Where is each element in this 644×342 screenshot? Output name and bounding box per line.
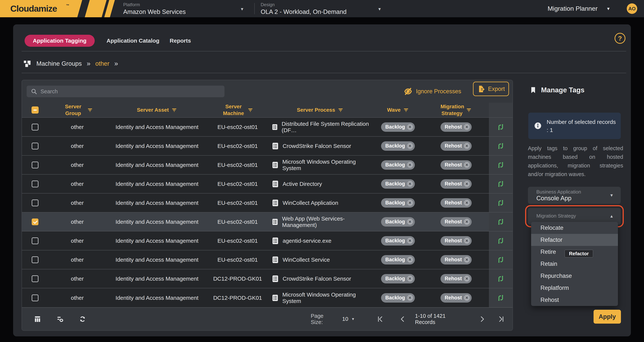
strategy-option-repurchase[interactable]: Repurchase: [531, 270, 618, 282]
process-flow-icon[interactable]: [496, 274, 505, 283]
column-header-server-asset[interactable]: Server Asset: [106, 103, 208, 117]
row-checkbox[interactable]: [32, 294, 38, 301]
next-page-button[interactable]: [478, 315, 486, 323]
cloudamize-logo[interactable]: Cloudamize ™: [0, 0, 120, 17]
process-flow-icon[interactable]: [496, 218, 505, 226]
refresh-icon[interactable]: [78, 315, 86, 323]
remove-tag-icon[interactable]: ✕: [407, 200, 413, 206]
remove-tag-icon[interactable]: ✕: [407, 162, 413, 168]
remove-tag-icon[interactable]: ✕: [464, 257, 470, 263]
row-checkbox[interactable]: [32, 124, 38, 130]
row-checkbox[interactable]: [32, 275, 38, 282]
chevron-down-icon[interactable]: ▼: [378, 7, 382, 12]
process-flow-icon[interactable]: [496, 293, 505, 302]
help-button[interactable]: ?: [614, 33, 626, 44]
remove-tag-icon[interactable]: ✕: [464, 238, 470, 244]
column-header-server-machine[interactable]: Server Machine: [208, 103, 268, 117]
row-checkbox[interactable]: [32, 256, 38, 263]
avatar[interactable]: AO: [627, 4, 637, 14]
page-size-select[interactable]: 10: [342, 316, 348, 322]
process-flow-icon[interactable]: [496, 142, 505, 150]
search-input[interactable]: [40, 88, 220, 95]
design-select[interactable]: Design OLA 2 - Workload, On-Demand: [261, 0, 346, 17]
remove-tag-icon[interactable]: ✕: [407, 143, 413, 149]
row-checkbox[interactable]: [32, 181, 38, 187]
filter-icon[interactable]: [466, 107, 472, 113]
business-application-select[interactable]: Business Application Console App ▼: [528, 187, 621, 204]
workspace-menu[interactable]: Migration Planner: [548, 5, 598, 12]
column-header-wave[interactable]: Wave: [373, 103, 423, 117]
remove-tag-icon[interactable]: ✕: [464, 219, 470, 225]
tab-reports[interactable]: Reports: [170, 38, 191, 44]
columns-icon[interactable]: [34, 315, 42, 323]
table-row[interactable]: other Identity and Access Management EU-…: [22, 175, 512, 194]
remove-tag-icon[interactable]: ✕: [407, 276, 413, 281]
filter-icon[interactable]: [248, 107, 253, 113]
row-checkbox[interactable]: [32, 162, 38, 168]
process-flow-icon[interactable]: [496, 255, 505, 264]
remove-tag-icon[interactable]: ✕: [464, 295, 470, 301]
table-row[interactable]: other Identity and Access Management EU-…: [22, 250, 512, 269]
breadcrumb-machine-groups[interactable]: Machine Groups: [36, 60, 82, 67]
remove-tag-icon[interactable]: ✕: [407, 124, 413, 130]
remove-tag-icon[interactable]: ✕: [464, 124, 470, 130]
remove-tag-icon[interactable]: ✕: [407, 295, 413, 301]
filter-icon[interactable]: [403, 107, 409, 113]
strategy-option-retain[interactable]: Retain: [531, 258, 618, 270]
filter-icon[interactable]: [172, 107, 177, 113]
process-flow-icon[interactable]: [496, 236, 505, 245]
remove-tag-icon[interactable]: ✕: [464, 200, 470, 206]
remove-tag-icon[interactable]: ✕: [407, 238, 413, 244]
filter-icon[interactable]: [338, 107, 344, 113]
table-row[interactable]: other Identity and Access Management EU-…: [22, 156, 512, 175]
last-page-button[interactable]: [498, 315, 505, 323]
strategy-option-refactor[interactable]: Refactor: [531, 234, 618, 246]
apply-button[interactable]: Apply: [594, 310, 621, 323]
tab-application-tagging[interactable]: Application Tagging: [24, 35, 95, 47]
process-flow-icon[interactable]: [496, 123, 505, 131]
strategy-option-replatform[interactable]: Replatform: [531, 282, 618, 294]
search-box[interactable]: [27, 86, 224, 97]
remove-tag-icon[interactable]: ✕: [407, 219, 413, 225]
platform-select[interactable]: Platform Amazon Web Services: [123, 0, 186, 17]
table-row[interactable]: other Identity and Access Management EU-…: [22, 118, 512, 137]
table-row[interactable]: other Identity and Access Management EU-…: [22, 194, 512, 212]
row-checkbox[interactable]: [32, 200, 38, 206]
remove-tag-icon[interactable]: ✕: [407, 181, 413, 187]
remove-tag-icon[interactable]: ✕: [407, 257, 413, 263]
filter-icon[interactable]: [87, 107, 93, 113]
table-row[interactable]: other Identity and Access Management EU-…: [22, 212, 512, 231]
remove-tag-icon[interactable]: ✕: [464, 181, 470, 187]
column-header-server-group[interactable]: Server Group: [48, 103, 106, 117]
column-header-server-process[interactable]: Server Process: [268, 103, 373, 117]
export-button[interactable]: Export: [473, 82, 509, 96]
remove-tag-icon[interactable]: ✕: [464, 276, 470, 281]
table-row[interactable]: other Identity and Access Management EU-…: [22, 137, 512, 156]
process-flow-icon[interactable]: [496, 199, 505, 207]
table-row[interactable]: other Identity and Access Management DC1…: [22, 288, 512, 307]
row-checkbox[interactable]: [32, 237, 38, 244]
previous-page-button[interactable]: [399, 315, 406, 323]
process-list-icon: [271, 294, 279, 302]
chevron-down-icon[interactable]: ▼: [351, 317, 355, 321]
table-row[interactable]: other Identity and Access Management DC1…: [22, 269, 512, 288]
row-checkbox[interactable]: [32, 143, 38, 149]
chevron-down-icon[interactable]: ▼: [240, 7, 244, 12]
process-flow-icon[interactable]: [496, 161, 505, 169]
server-group-cell: other: [48, 175, 106, 193]
first-page-button[interactable]: [376, 315, 384, 323]
wrap-text-icon[interactable]: [56, 315, 64, 323]
strategy-option-rehost[interactable]: Rehost: [531, 294, 618, 306]
remove-tag-icon[interactable]: ✕: [464, 162, 470, 168]
ignore-processes-button[interactable]: Ignore Processes: [404, 86, 461, 97]
chevron-down-icon[interactable]: ▼: [606, 7, 610, 11]
column-header-migration-strategy[interactable]: Migration Strategy: [423, 103, 489, 117]
strategy-option-relocate[interactable]: Relocate: [531, 222, 618, 234]
table-row[interactable]: other Identity and Access Management EU-…: [22, 231, 512, 250]
breadcrumb-other[interactable]: other: [95, 60, 109, 67]
remove-tag-icon[interactable]: ✕: [464, 143, 470, 149]
row-checkbox[interactable]: [32, 218, 38, 225]
select-all-checkbox[interactable]: [32, 106, 39, 114]
tab-application-catalog[interactable]: Application Catalog: [106, 38, 160, 44]
process-flow-icon[interactable]: [496, 180, 505, 188]
